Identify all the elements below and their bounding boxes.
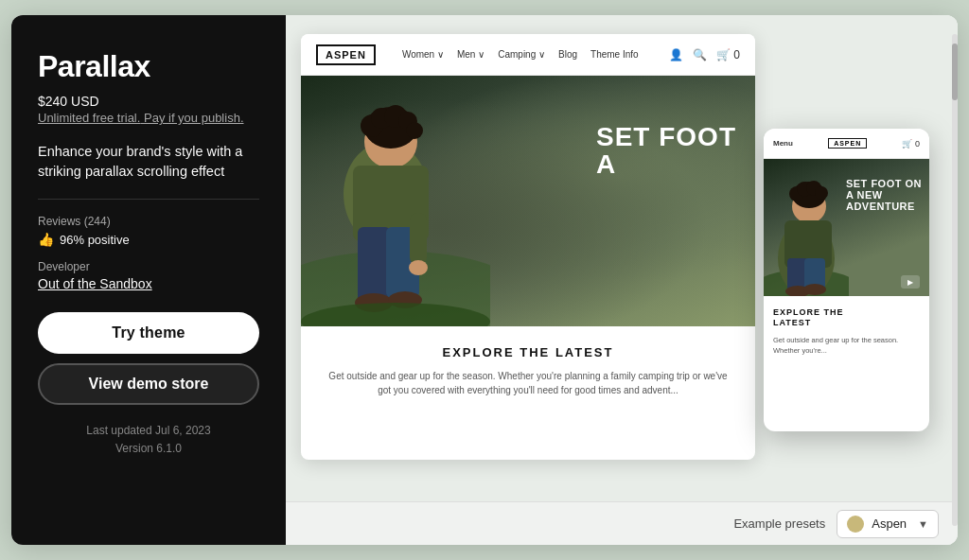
developer-name[interactable]: Out of the Sandbox xyxy=(38,276,259,291)
mobile-hero-figure xyxy=(764,164,849,296)
mobile-logo: ASPEN xyxy=(828,138,867,149)
explore-text: Get outside and gear up for the season. … xyxy=(324,369,732,397)
aspen-logo: ASPEN xyxy=(316,44,376,65)
thumbs-up-icon: 👍 xyxy=(38,232,54,247)
aspen-nav-icons: 👤 🔍 🛒 0 xyxy=(669,48,740,61)
svg-point-29 xyxy=(803,284,826,295)
aspen-hero: SET FOOT A xyxy=(301,76,755,326)
preset-name: Aspen xyxy=(872,516,907,531)
svg-point-24 xyxy=(815,186,828,200)
scrollbar[interactable] xyxy=(952,34,958,526)
mobile-cart-icon[interactable]: 🛒 0 xyxy=(902,139,920,149)
svg-point-15 xyxy=(409,260,428,275)
theme-price: $240 USD xyxy=(38,94,259,109)
nav-camping[interactable]: Camping ∨ xyxy=(498,49,545,60)
mobile-play-button[interactable]: ▶ xyxy=(901,275,920,289)
aspen-nav-links: Women ∨ Men ∨ Camping ∨ Blog Theme Info xyxy=(402,49,639,60)
right-panel: ASPEN Women ∨ Men ∨ Camping ∨ Blog Theme… xyxy=(286,15,958,545)
app-frame: Parallax $240 USD Unlimited free trial. … xyxy=(11,15,958,545)
reviews-label: Reviews (244) xyxy=(38,215,259,228)
last-updated: Last updated Jul 6, 2023 Version 6.1.0 xyxy=(38,422,259,458)
theme-title: Parallax xyxy=(38,49,259,84)
aspen-content: EXPLORE THE LATEST Get outside and gear … xyxy=(301,326,755,412)
mobile-content: EXPLORE THELATEST Get outside and gear u… xyxy=(764,296,929,365)
free-trial-text: Unlimited free trial. Pay if you publish… xyxy=(38,111,259,125)
chevron-down-icon: ▼ xyxy=(918,518,928,530)
preset-selector[interactable]: Aspen ▼ xyxy=(837,510,939,538)
mobile-hero: SET FOOT ON A NEW ADVENTURE ▶ xyxy=(764,159,929,296)
left-panel: Parallax $240 USD Unlimited free trial. … xyxy=(11,15,286,545)
developer-label: Developer xyxy=(38,260,259,273)
preset-label: Example presets xyxy=(733,516,825,531)
nav-blog[interactable]: Blog xyxy=(558,49,577,60)
hero-figure xyxy=(301,80,490,326)
hero-text: SET FOOT A xyxy=(596,123,736,179)
theme-tagline: Enhance your brand's style with a striki… xyxy=(38,142,259,182)
svg-rect-10 xyxy=(358,227,391,303)
view-demo-button[interactable]: View demo store xyxy=(38,363,259,405)
mobile-hero-text: SET FOOT ON A NEW ADVENTURE xyxy=(846,178,922,212)
desktop-preview: ASPEN Women ∨ Men ∨ Camping ∨ Blog Theme… xyxy=(301,34,755,460)
reviews-positive: 96% positive xyxy=(60,233,130,247)
free-trial-link[interactable]: Unlimited free trial. xyxy=(38,111,140,125)
svg-point-8 xyxy=(406,122,423,139)
mobile-menu-label[interactable]: Menu xyxy=(773,139,793,148)
scrollbar-thumb[interactable] xyxy=(952,44,958,100)
search-icon[interactable]: 🔍 xyxy=(693,48,707,61)
try-theme-button[interactable]: Try theme xyxy=(38,312,259,354)
nav-men[interactable]: Men ∨ xyxy=(457,49,484,60)
nav-theme-info[interactable]: Theme Info xyxy=(590,49,639,60)
preset-dot xyxy=(847,516,864,533)
mobile-explore-text: Get outside and gear up for the season. … xyxy=(773,335,920,357)
divider xyxy=(38,199,259,200)
mobile-explore-title: EXPLORE THELATEST xyxy=(773,307,920,328)
aspen-navbar: ASPEN Women ∨ Men ∨ Camping ∨ Blog Theme… xyxy=(301,34,755,76)
explore-title: EXPLORE THE LATEST xyxy=(324,345,732,359)
mobile-navbar: Menu ASPEN 🛒 0 xyxy=(764,129,929,159)
cart-icon[interactable]: 🛒 0 xyxy=(716,48,740,61)
reviews-row: 👍 96% positive xyxy=(38,232,259,247)
nav-women[interactable]: Women ∨ xyxy=(402,49,444,60)
account-icon[interactable]: 👤 xyxy=(669,48,683,61)
mobile-preview: Menu ASPEN 🛒 0 xyxy=(764,129,929,431)
svg-rect-14 xyxy=(410,213,427,265)
bottom-bar: Example presets Aspen ▼ xyxy=(286,501,958,545)
